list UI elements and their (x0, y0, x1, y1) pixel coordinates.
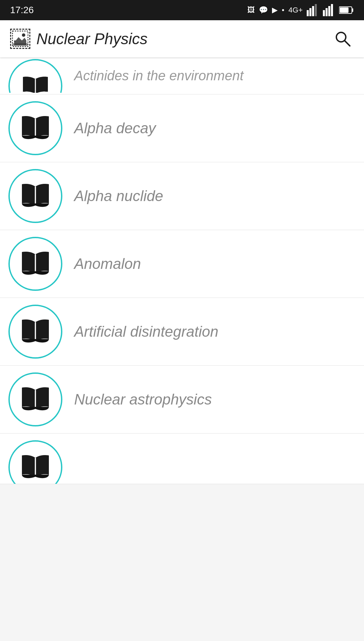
svg-point-14 (22, 33, 25, 37)
youtube-icon: ▶ (272, 6, 278, 15)
list-item[interactable]: Alpha decay (0, 94, 364, 162)
item-label: Nuclear astrophysics (74, 391, 212, 408)
svg-rect-15 (12, 43, 28, 46)
status-time: 17:26 (10, 5, 34, 16)
svg-rect-1 (309, 8, 311, 16)
network-indicator: 4G+ (289, 6, 303, 15)
item-label: Artificial disintegration (74, 323, 218, 340)
item-icon-circle (8, 237, 62, 291)
svg-rect-9 (352, 8, 353, 12)
list-container: Actinides in the environment Alpha decay… (0, 57, 364, 484)
battery-icon (339, 6, 354, 14)
book-icon (19, 111, 52, 145)
whatsapp-icon: 💬 (259, 6, 268, 15)
item-icon-circle (8, 372, 62, 426)
list-item[interactable]: Alpha nuclide (0, 162, 364, 230)
book-icon (19, 247, 52, 281)
app-bar: Nuclear Physics (0, 20, 364, 57)
book-icon (19, 383, 52, 416)
search-button[interactable] (331, 27, 354, 51)
svg-rect-3 (315, 4, 317, 16)
gallery-icon: 🖼 (247, 6, 255, 15)
item-icon-circle (8, 305, 62, 359)
svg-rect-10 (340, 7, 348, 13)
item-icon-circle (8, 169, 62, 223)
svg-line-17 (344, 40, 350, 46)
list-item[interactable] (0, 434, 364, 484)
item-label: Alpha nuclide (74, 188, 163, 204)
app-logo-icon (10, 29, 30, 49)
book-icon (20, 71, 51, 93)
svg-rect-6 (328, 6, 330, 16)
svg-rect-2 (312, 6, 314, 16)
app-bar-left: Nuclear Physics (10, 29, 148, 49)
book-icon (19, 315, 52, 349)
item-label: Anomalon (74, 255, 141, 272)
book-icon (19, 179, 52, 213)
status-bar: 17:26 🖼 💬 ▶ • 4G+ (0, 0, 364, 20)
list-item[interactable]: Anomalon (0, 230, 364, 298)
signal-bars2-icon (323, 4, 335, 16)
svg-rect-7 (331, 4, 333, 16)
list-item[interactable]: Nuclear astrophysics (0, 366, 364, 434)
list-item[interactable]: Artificial disintegration (0, 298, 364, 366)
dot-indicator: • (282, 6, 284, 15)
item-label: Actinides in the environment (74, 68, 244, 83)
app-title: Nuclear Physics (36, 30, 148, 48)
status-icons: 🖼 💬 ▶ • 4G+ (247, 4, 354, 16)
svg-rect-5 (326, 8, 328, 16)
svg-rect-0 (307, 10, 309, 16)
item-icon-circle (8, 101, 62, 155)
svg-rect-4 (323, 10, 325, 16)
item-label: Alpha decay (74, 120, 156, 137)
book-icon (19, 450, 52, 484)
list-item[interactable]: Actinides in the environment (0, 57, 364, 94)
signal-bars-icon (307, 4, 319, 16)
